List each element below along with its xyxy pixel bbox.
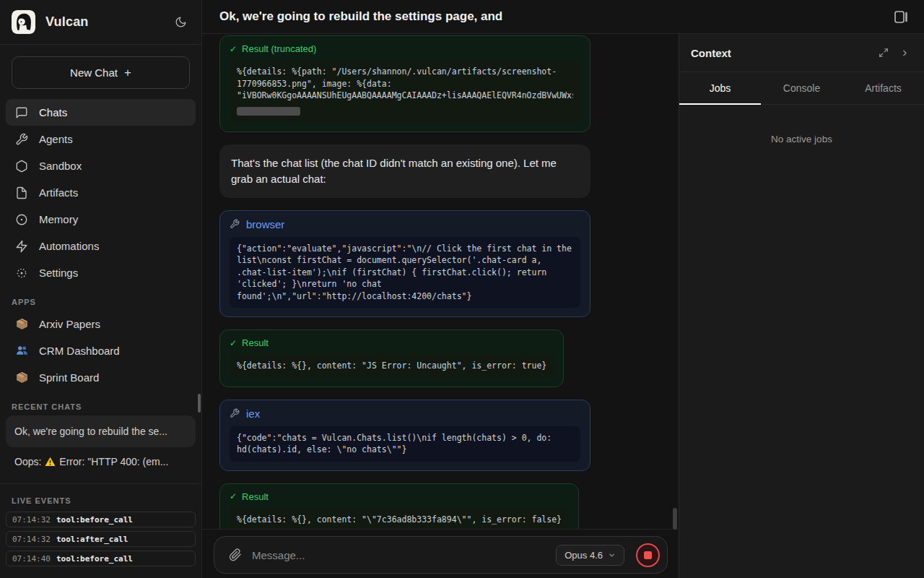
result-code: %{details: %{}, content: "JS Error: Unca… <box>237 360 546 372</box>
tool-call-header[interactable]: iex <box>230 407 580 420</box>
context-panel-title: Context <box>691 47 876 59</box>
event-name: tool:after_call <box>56 535 128 544</box>
app-item-arxiv-papers[interactable]: Arxiv Papers <box>6 311 196 337</box>
model-selector[interactable]: Opus 4.6 <box>556 545 624 566</box>
tool-name: browser <box>246 218 284 230</box>
sidebar-item-label: Automations <box>39 240 99 252</box>
tool-code-block: {"code":"chats = Vulcan.Chats.list()\nif… <box>230 426 580 462</box>
apps-section-label: APPS <box>12 298 190 306</box>
stop-icon <box>644 551 652 559</box>
context-panel: Context Jobs Console Artifacts No active… <box>679 34 924 578</box>
people-icon <box>15 345 28 357</box>
wrench-icon <box>230 408 240 418</box>
event-timestamp: 07:14:40 <box>12 554 51 564</box>
chat-scrollbar[interactable] <box>673 508 677 530</box>
gear-dots-icon <box>15 267 28 280</box>
sidebar-item-automations[interactable]: Automations <box>6 233 196 259</box>
sidebar-item-agents[interactable]: Agents <box>6 126 196 152</box>
live-event-row[interactable]: 07:14:32 tool:before_call <box>6 512 196 527</box>
sidebar-item-chats[interactable]: Chats <box>6 99 196 126</box>
context-panel-header: Context <box>679 34 924 72</box>
sidebar-item-memory[interactable]: Memory <box>6 206 196 233</box>
tool-result-block: ✓ Result %{details: %{}, content: "JS Er… <box>219 329 564 387</box>
app-item-crm-dashboard[interactable]: CRM Dashboard <box>6 337 196 364</box>
theme-toggle-moon-icon[interactable] <box>172 13 190 31</box>
new-chat-button[interactable]: New Chat + <box>12 56 190 89</box>
sidebar-item-label: Memory <box>39 213 78 225</box>
disc-icon <box>15 213 28 226</box>
recent-chats-list: Ok, we're going to rebuild the se... Oop… <box>0 415 201 473</box>
check-icon: ✓ <box>230 491 237 501</box>
live-events-list: 07:14:32 tool:before_call 07:14:32 tool:… <box>0 512 201 570</box>
result-code-block: %{details: %{}, content: "JS Error: Unca… <box>230 354 554 378</box>
tool-call-header[interactable]: browser <box>230 218 580 230</box>
apps-list: Arxiv Papers CRM Dashboard Sprint Board <box>0 311 201 391</box>
stop-generation-button[interactable] <box>636 543 660 567</box>
horizontal-scrollbar[interactable] <box>237 107 300 116</box>
message-input[interactable] <box>252 549 546 561</box>
chat-header: Ok, we're going to rebuild the settings … <box>202 0 924 34</box>
tool-call-browser-block: browser {"action":"evaluate","javascript… <box>219 210 590 318</box>
sidebar-item-label: Artifacts <box>39 186 78 199</box>
tab-console[interactable]: Console <box>761 72 842 104</box>
result-label: Result <box>242 491 269 502</box>
tool-call-iex-block: iex {"code":"chats = Vulcan.Chats.list()… <box>219 400 590 471</box>
sidebar-item-settings[interactable]: Settings <box>6 259 196 286</box>
live-event-row[interactable]: 07:14:40 tool:before_call <box>6 551 196 566</box>
sidebar-item-artifacts[interactable]: Artifacts <box>6 179 196 206</box>
zap-icon <box>15 240 28 253</box>
context-tabs: Jobs Console Artifacts <box>679 72 924 105</box>
file-icon <box>15 186 28 199</box>
check-icon: ✓ <box>230 338 237 348</box>
tool-code-block: {"action":"evaluate","javascript":"\n// … <box>230 237 580 309</box>
sidebar-item-label: Chats <box>39 106 67 118</box>
message-list: ✓ Result (truncated) %{details: %{path: … <box>202 34 679 529</box>
sidebar: Vulcan New Chat + Chats Agents Sandbox A… <box>0 0 202 578</box>
package-icon <box>15 371 28 384</box>
panel-toggle-icon[interactable] <box>892 8 911 26</box>
recent-chats-section-label: RECENT CHATS <box>12 402 190 411</box>
event-timestamp: 07:14:32 <box>12 515 51 525</box>
recent-chat-item[interactable]: Ok, we're going to rebuild the se... <box>6 415 196 447</box>
result-code: %{details: %{}, content: "\"7c36ad8b333f… <box>237 514 562 526</box>
result-header[interactable]: ✓ Result <box>230 337 554 348</box>
sidebar-scrollbar[interactable] <box>198 394 201 413</box>
live-event-row[interactable]: 07:14:32 tool:after_call <box>6 531 196 547</box>
sidebar-item-label: Sandbox <box>39 160 82 172</box>
tool-result-truncated-block: ✓ Result (truncated) %{details: %{path: … <box>219 35 590 132</box>
result-code-block: %{details: %{}, content: "\"7c36ad8b333f… <box>230 508 569 530</box>
wrench-icon <box>15 133 28 146</box>
tool-name: iex <box>246 407 260 420</box>
attachment-paperclip-icon[interactable] <box>229 548 242 561</box>
check-icon: ✓ <box>230 44 237 54</box>
app-item-sprint-board[interactable]: Sprint Board <box>6 364 196 391</box>
recent-chat-title-prefix: Oops: <box>14 456 41 467</box>
sidebar-divider <box>0 483 201 484</box>
recent-chat-item[interactable]: Oops: Error: "HTTP 400: (em... <box>6 450 196 473</box>
assistant-message: That's the chat list (the chat ID didn't… <box>219 144 590 198</box>
tool-result-block: ✓ Result %{details: %{}, content: "\"7c3… <box>219 483 579 530</box>
main-area: Ok, we're going to rebuild the settings … <box>202 0 924 578</box>
tab-artifacts[interactable]: Artifacts <box>842 72 924 104</box>
message-composer: Opus 4.6 <box>214 536 668 574</box>
chevron-right-icon[interactable] <box>897 46 912 61</box>
expand-icon[interactable] <box>876 45 892 61</box>
live-events-section-label: LIVE EVENTS <box>12 496 190 505</box>
chat-column: ✓ Result (truncated) %{details: %{path: … <box>202 34 679 578</box>
app-item-label: Sprint Board <box>39 371 99 384</box>
event-name: tool:before_call <box>56 515 133 525</box>
app-logo <box>12 10 35 34</box>
sidebar-item-label: Agents <box>39 133 73 145</box>
sidebar-item-sandbox[interactable]: Sandbox <box>6 152 196 179</box>
warning-icon <box>45 457 56 467</box>
chat-title: Ok, we're going to rebuild the settings … <box>219 9 892 24</box>
result-label: Result (truncated) <box>242 43 316 54</box>
empty-state-message: No active jobs <box>679 134 924 144</box>
result-header[interactable]: ✓ Result (truncated) <box>230 43 580 54</box>
result-header[interactable]: ✓ Result <box>230 491 569 502</box>
tab-jobs[interactable]: Jobs <box>679 72 761 104</box>
code-line: 1770966853.png", image: %{data: <box>237 78 573 90</box>
code-line: %{details: %{path: "/Users/shannon/.vulc… <box>237 66 573 78</box>
tool-code: {"action":"evaluate","javascript":"\n// … <box>237 243 573 303</box>
tool-code: {"code":"chats = Vulcan.Chats.list()\nif… <box>237 432 573 456</box>
